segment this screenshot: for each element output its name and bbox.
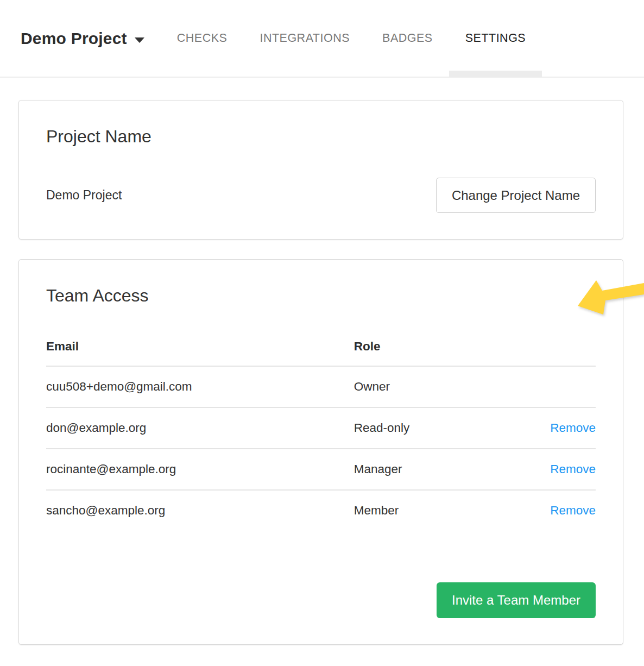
project-switcher-label: Demo Project xyxy=(21,29,127,48)
caret-down-icon xyxy=(135,37,144,43)
invite-team-member-button[interactable]: Invite a Team Member xyxy=(437,582,596,618)
member-email: cuu508+demo@gmail.com xyxy=(46,366,354,407)
column-header-role: Role xyxy=(354,333,497,366)
member-action-cell xyxy=(497,366,596,407)
remove-member-link[interactable]: Remove xyxy=(550,504,596,517)
nav-tab-badges[interactable]: BADGES xyxy=(366,0,449,77)
remove-member-link[interactable]: Remove xyxy=(550,421,596,435)
table-row: cuu508+demo@gmail.com Owner xyxy=(46,366,596,407)
team-access-card-title: Team Access xyxy=(46,286,596,306)
member-action-cell: Remove xyxy=(497,449,596,490)
member-role: Owner xyxy=(354,366,497,407)
column-header-action xyxy=(497,333,596,366)
table-row: sancho@example.org Member Remove xyxy=(46,490,596,531)
settings-page-content: Project Name Demo Project Change Project… xyxy=(0,100,644,645)
change-project-name-button[interactable]: Change Project Name xyxy=(436,178,596,213)
member-action-cell: Remove xyxy=(497,407,596,449)
team-access-card: Team Access Email Role cuu508+demo@gmail… xyxy=(18,259,623,645)
project-name-card: Project Name Demo Project Change Project… xyxy=(18,100,623,240)
table-row: rocinante@example.org Manager Remove xyxy=(46,449,596,490)
project-switcher-dropdown[interactable]: Demo Project xyxy=(21,29,144,48)
nav-tab-integrations[interactable]: INTEGRATIONS xyxy=(243,0,366,77)
team-members-table: Email Role cuu508+demo@gmail.com Owner d… xyxy=(46,333,596,531)
main-nav: CHECKS INTEGRATIONS BADGES SETTINGS xyxy=(161,0,542,77)
member-email: rocinante@example.org xyxy=(46,449,354,490)
table-header-row: Email Role xyxy=(46,333,596,366)
member-action-cell: Remove xyxy=(497,490,596,531)
invite-button-row: Invite a Team Member xyxy=(46,582,596,618)
member-role: Read-only xyxy=(354,407,497,449)
project-name-card-title: Project Name xyxy=(46,127,596,147)
top-navigation-bar: Demo Project CHECKS INTEGRATIONS BADGES … xyxy=(0,0,644,78)
project-name-row: Demo Project Change Project Name xyxy=(46,178,596,213)
member-email: don@example.org xyxy=(46,407,354,449)
current-project-name: Demo Project xyxy=(46,188,122,203)
nav-tab-checks[interactable]: CHECKS xyxy=(161,0,244,77)
nav-tab-settings[interactable]: SETTINGS xyxy=(449,0,542,77)
remove-member-link[interactable]: Remove xyxy=(550,462,596,476)
member-role: Member xyxy=(354,490,497,531)
member-role: Manager xyxy=(354,449,497,490)
table-row: don@example.org Read-only Remove xyxy=(46,407,596,449)
member-email: sancho@example.org xyxy=(46,490,354,531)
column-header-email: Email xyxy=(46,333,354,366)
